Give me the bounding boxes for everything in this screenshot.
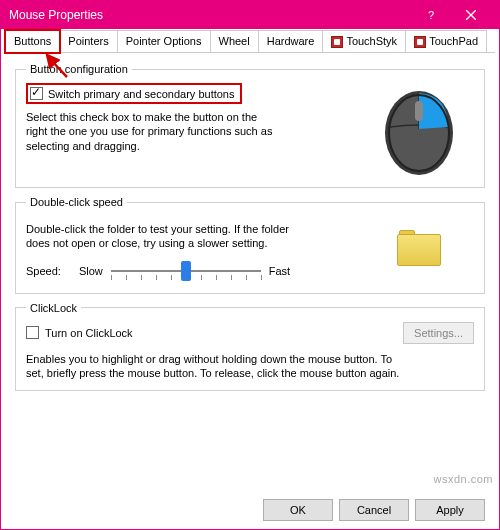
ok-button[interactable]: OK — [263, 499, 333, 521]
tab-content: Button configuration Switch primary and … — [1, 53, 499, 487]
tab-buttons[interactable]: Buttons — [5, 30, 60, 53]
switch-buttons-label: Switch primary and secondary buttons — [48, 88, 234, 100]
help-icon: ? — [425, 9, 437, 21]
double-click-test-folder[interactable] — [397, 230, 441, 268]
tab-pointers[interactable]: Pointers — [59, 30, 117, 52]
tab-strip: Buttons Pointers Pointer Options Wheel H… — [5, 30, 495, 53]
tab-touchpad[interactable]: TouchPad — [405, 30, 487, 52]
double-click-speed-slider[interactable] — [111, 259, 261, 283]
clicklock-settings-button: Settings... — [403, 322, 474, 344]
clicklock-toggle-label: Turn on ClickLock — [45, 327, 133, 339]
speed-fast-label: Fast — [269, 265, 290, 277]
double-click-legend: Double-click speed — [26, 196, 127, 208]
checkbox-icon — [30, 87, 43, 100]
clicklock-legend: ClickLock — [26, 302, 81, 314]
svg-rect-5 — [415, 101, 423, 121]
speed-slow-label: Slow — [79, 265, 103, 277]
clicklock-description: Enables you to highlight or drag without… — [26, 352, 406, 381]
cancel-button[interactable]: Cancel — [339, 499, 409, 521]
button-configuration-legend: Button configuration — [26, 63, 132, 75]
button-configuration-description: Select this check box to make the button… — [26, 110, 276, 153]
mouse-illustration-icon — [376, 83, 462, 177]
tab-hardware[interactable]: Hardware — [258, 30, 324, 52]
tab-touchstyk[interactable]: TouchStyk — [322, 30, 406, 52]
slider-thumb[interactable] — [181, 261, 191, 281]
mouse-properties-window: Mouse Properties ? Buttons Pointers Poin… — [0, 0, 500, 530]
dialog-button-bar: OK Cancel Apply — [263, 499, 485, 521]
clicklock-checkbox[interactable]: Turn on ClickLock — [26, 326, 133, 339]
double-click-speed-group: Double-click speed Double-click the fold… — [15, 196, 485, 294]
close-icon — [466, 10, 476, 20]
svg-text:?: ? — [428, 9, 434, 21]
window-title: Mouse Properties — [9, 8, 411, 22]
switch-buttons-checkbox[interactable]: Switch primary and secondary buttons — [26, 83, 242, 104]
apply-button[interactable]: Apply — [415, 499, 485, 521]
synaptics-icon — [414, 36, 426, 48]
double-click-description: Double-click the folder to test your set… — [26, 222, 306, 251]
close-button[interactable] — [451, 1, 491, 29]
button-configuration-group: Button configuration Switch primary and … — [15, 63, 485, 188]
speed-label: Speed: — [26, 265, 61, 277]
help-button[interactable]: ? — [411, 1, 451, 29]
clicklock-group: ClickLock Turn on ClickLock Settings... … — [15, 302, 485, 392]
watermark-text: wsxdn.com — [433, 473, 493, 485]
synaptics-icon — [331, 36, 343, 48]
titlebar: Mouse Properties ? — [1, 1, 499, 29]
tab-pointer-options[interactable]: Pointer Options — [117, 30, 211, 52]
checkbox-icon — [26, 326, 39, 339]
tab-wheel[interactable]: Wheel — [210, 30, 259, 52]
